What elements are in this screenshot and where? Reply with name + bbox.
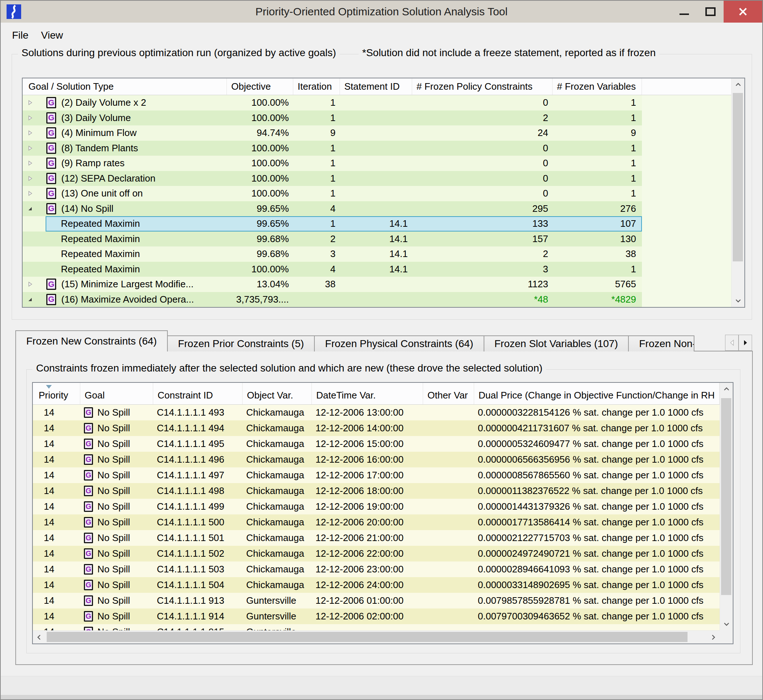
tree-row[interactable]: Repeated Maximin99.68%214.1157130 xyxy=(23,231,642,247)
tree-row[interactable]: Repeated Maximin100.00%414.131 xyxy=(23,262,642,277)
tree-row[interactable]: Repeated Maximin99.65%114.1133107 xyxy=(23,216,642,231)
cell-value: 14 xyxy=(44,407,54,418)
maximize-button[interactable] xyxy=(697,1,724,23)
tab-scroll-left-button[interactable] xyxy=(725,335,738,351)
expander-collapsed-icon[interactable] xyxy=(27,115,33,121)
tree-row-label: (9) Ramp rates xyxy=(61,158,124,169)
tree-row[interactable]: G(3) Daily Volume100.00%121 xyxy=(23,111,642,126)
tab-frozen-physical-constraints-64[interactable]: Frozen Physical Constraints (64) xyxy=(314,336,484,352)
table-row[interactable]: 14GNo SpillC14.1.1.1.1 503Chickamauga12-… xyxy=(33,561,719,577)
expander-collapsed-icon[interactable] xyxy=(27,100,33,106)
scroll-down-button[interactable] xyxy=(732,294,744,307)
column-header-object-var[interactable]: Object Var. xyxy=(242,383,312,404)
tree-row[interactable]: G(4) Minimum Flow94.74%9249 xyxy=(23,125,642,141)
tree-row-gutter xyxy=(23,247,45,262)
column-header-dual-price-change-in-objective-function-change-in-rh[interactable]: Dual Price (Change in Objective Function… xyxy=(474,383,719,404)
table-row[interactable]: 14GNo SpillC14.1.1.1.1 497Chickamauga12-… xyxy=(33,467,719,483)
tree-row[interactable]: Repeated Maximin99.68%314.1238 xyxy=(23,247,642,262)
expander-collapsed-icon[interactable] xyxy=(27,130,33,136)
table-row[interactable]: 14GNo SpillC14.1.1.1.1 496Chickamauga12-… xyxy=(33,452,719,467)
goal-icon: G xyxy=(84,439,93,449)
expander-expanded-icon[interactable] xyxy=(27,206,33,211)
constraints-vertical-scrollbar[interactable] xyxy=(719,383,733,630)
solutions-vertical-scrollbar[interactable] xyxy=(731,78,744,307)
constraints-horizontal-scrollbar[interactable] xyxy=(33,630,719,644)
table-row[interactable]: 14GNo SpillC14.1.1.1.1 502Chickamauga12-… xyxy=(33,546,719,561)
table-row[interactable]: 14GNo SpillC14.1.1.1.1 495Chickamauga12-… xyxy=(33,436,719,452)
cell-vars: *4829 xyxy=(553,294,641,305)
tab-label: Frozen Physical Constraints (64) xyxy=(325,338,473,350)
tree-row[interactable]: G(2) Daily Volume x 2100.00%101 xyxy=(23,95,642,111)
table-row[interactable]: 14GNo SpillC14.1.1.1.1 501Chickamauga12-… xyxy=(33,530,719,546)
table-row[interactable]: 14GNo SpillC14.1.1.1.1 493Chickamauga12-… xyxy=(33,405,719,420)
cell-value: 0.0000028946641093 % sat. change per 1.0… xyxy=(478,564,704,575)
expander-collapsed-icon[interactable] xyxy=(27,175,33,181)
scroll-up-button[interactable] xyxy=(720,383,733,396)
tree-row[interactable]: G(16) Maximize Avoided Opera...3,735,793… xyxy=(23,292,642,307)
minimize-button[interactable] xyxy=(671,1,697,23)
column-header-frozen-variables[interactable]: # Frozen Variables xyxy=(553,78,642,95)
tree-row[interactable]: G(8) Tandem Plants100.00%101 xyxy=(23,141,642,156)
title-bar[interactable]: Priority-Oriented Optimization Solution … xyxy=(1,1,762,23)
table-row[interactable]: 14GNo SpillC14.1.1.1.1 499Chickamauga12-… xyxy=(33,499,719,514)
tab-frozen-slot-variables-107[interactable]: Frozen Slot Variables (107) xyxy=(484,336,629,352)
tree-row-content: Repeated Maximin99.65%114.1133107 xyxy=(45,216,642,231)
menu-view[interactable]: View xyxy=(36,23,69,48)
cell-dual: 0.0000033148902695 % sat. change per 1.0… xyxy=(474,579,719,591)
menu-file[interactable]: File xyxy=(6,23,34,48)
cell-goal: GNo Spill xyxy=(80,438,153,450)
table-row[interactable]: 14GNo SpillC14.1.1.1.1 913Guntersville12… xyxy=(33,593,719,608)
tab-frozen-non-slo[interactable]: Frozen Non-Slo xyxy=(628,336,694,352)
scrollbar-thumb[interactable] xyxy=(47,632,688,642)
table-row[interactable]: 14GNo SpillC14.1.1.1.1 914Guntersville12… xyxy=(33,608,719,624)
table-row[interactable]: 14GNo SpillC14.1.1.1.1 504Chickamauga12-… xyxy=(33,577,719,593)
expander-collapsed-icon[interactable] xyxy=(27,160,33,166)
scrollbar-thumb[interactable] xyxy=(721,398,731,595)
column-header-goal-solution-type[interactable]: Goal / Solution Type xyxy=(23,78,227,95)
cell-goal: GNo Spill xyxy=(80,579,153,591)
column-header-datetime-var[interactable]: DateTime Var. xyxy=(312,383,423,404)
column-header-goal[interactable]: Goal xyxy=(80,383,153,404)
scroll-down-button[interactable] xyxy=(720,617,733,630)
column-header-statement-id[interactable]: Statement ID xyxy=(340,78,412,95)
expander-expanded-icon[interactable] xyxy=(27,297,33,302)
tree-row[interactable]: G(15) Minimize Largest Modifie...13.04%3… xyxy=(23,277,642,292)
column-header-iteration[interactable]: Iteration xyxy=(293,78,340,95)
cell-value: 0.0000024972490721 % sat. change per 1.0… xyxy=(478,548,704,559)
table-row-partial[interactable]: 14GNo SpillC14.1.1.1.1 915Guntersville xyxy=(33,624,719,630)
tab-scroll-right-button[interactable] xyxy=(738,335,752,351)
close-button[interactable] xyxy=(724,1,762,23)
scrollbar-thumb[interactable] xyxy=(733,93,743,261)
cell-object: Chickamauga xyxy=(242,579,312,591)
cell-value: No Spill xyxy=(97,407,130,418)
scroll-left-button[interactable] xyxy=(33,631,46,644)
tree-row[interactable]: G(13) One unit off on100.00%101 xyxy=(23,186,642,201)
solutions-tree-table: Goal / Solution TypeObjectiveIterationSt… xyxy=(22,78,745,308)
tree-row-gutter xyxy=(23,231,45,247)
cell-vars: 1 xyxy=(553,158,641,169)
tab-frozen-new-constraints-64[interactable]: Frozen New Constraints (64) xyxy=(15,330,168,352)
expander-collapsed-icon[interactable] xyxy=(27,190,33,197)
table-row[interactable]: 14GNo SpillC14.1.1.1.1 500Chickamauga12-… xyxy=(33,514,719,530)
column-header-frozen-policy-constraints[interactable]: # Frozen Policy Constraints xyxy=(412,78,553,95)
column-header-other-var[interactable]: Other Var xyxy=(423,383,474,404)
tree-row[interactable]: G(12) SEPA Declaration100.00%101 xyxy=(23,171,642,186)
tree-row[interactable]: G(14) No Spill99.65%4295276 xyxy=(23,201,642,217)
table-row[interactable]: 14GNo SpillC14.1.1.1.1 494Chickamauga12-… xyxy=(33,420,719,436)
expander-collapsed-icon[interactable] xyxy=(27,145,33,151)
column-header-priority[interactable]: Priority xyxy=(33,383,80,404)
cell-priority: 14 xyxy=(33,532,80,544)
table-row[interactable]: 14GNo SpillC14.1.1.1.1 498Chickamauga12-… xyxy=(33,483,719,499)
tree-row[interactable]: G(9) Ramp rates100.00%101 xyxy=(23,156,642,171)
scroll-up-button[interactable] xyxy=(732,78,744,92)
cell-value: C14.1.1.1.1 493 xyxy=(157,407,224,418)
window-bottom-edge xyxy=(1,695,762,700)
cell-value: 0.0000014431379326 % sat. change per 1.0… xyxy=(478,501,704,512)
tab-frozen-prior-constraints-5[interactable]: Frozen Prior Constraints (5) xyxy=(167,336,315,352)
tree-row-label: Repeated Maximin xyxy=(46,233,140,245)
expander-collapsed-icon[interactable] xyxy=(27,281,33,287)
scroll-right-button[interactable] xyxy=(707,631,719,644)
column-header-constraint-id[interactable]: Constraint ID xyxy=(153,383,242,404)
constraints-group-label: Constraints frozen immediately after the… xyxy=(33,362,546,374)
column-header-objective[interactable]: Objective xyxy=(227,78,293,95)
